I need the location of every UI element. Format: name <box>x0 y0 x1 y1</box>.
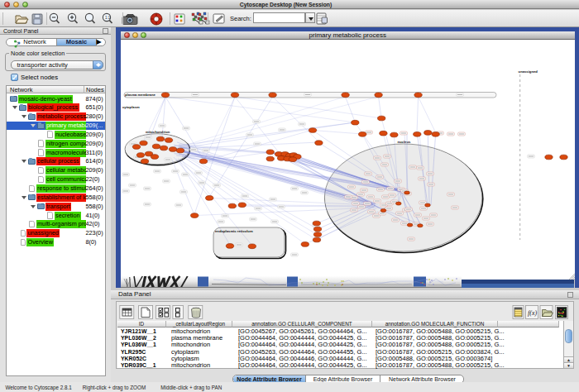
svg-text:mitochondrion: mitochondrion <box>146 130 170 134</box>
svg-text:plasma membrane: plasma membrane <box>125 93 156 97</box>
svg-text:unassigned: unassigned <box>519 69 538 74</box>
svg-text:1:1: 1:1 <box>105 16 111 20</box>
svg-text:f(x): f(x) <box>528 309 537 317</box>
svg-text:nucleus: nucleus <box>398 140 411 144</box>
svg-text:cytoplasm: cytoplasm <box>122 105 140 109</box>
